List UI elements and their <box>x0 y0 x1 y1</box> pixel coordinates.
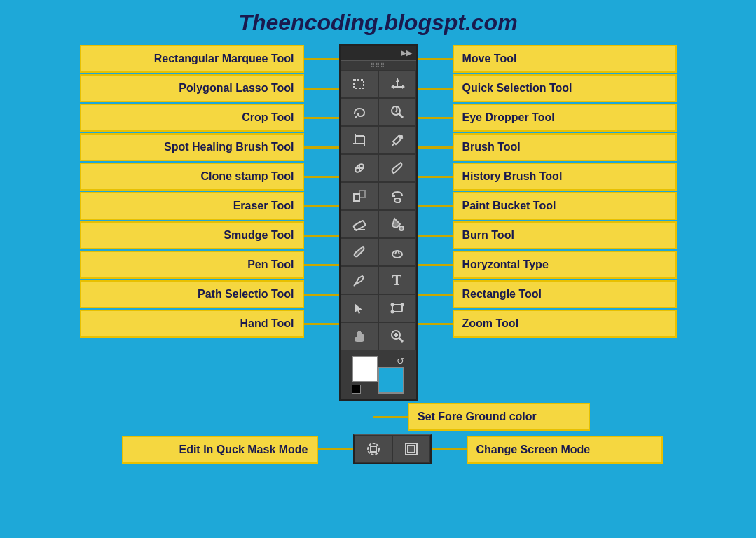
label-clone-stamp: Clone stamp Tool <box>80 163 304 191</box>
connector-left-3 <box>304 133 339 161</box>
label-eyedropper: Eye Dropper Tool <box>453 104 677 132</box>
connector-left-4 <box>304 163 339 191</box>
connector-right-6 <box>418 221 453 249</box>
type-tool-btn[interactable]: T <box>378 266 416 294</box>
tool-row-9 <box>341 322 416 350</box>
rectangle-tool-btn2[interactable] <box>378 294 416 322</box>
bottom-toolbar-row <box>353 434 432 464</box>
move-tool-btn[interactable] <box>378 70 416 98</box>
label-spot-healing: Spot Healing Brush Tool <box>80 133 304 161</box>
label-change-screen-mode: Change Screen Mode <box>467 436 663 464</box>
connector-left-7 <box>304 251 339 279</box>
svg-line-22 <box>354 284 355 286</box>
svg-line-5 <box>399 113 403 118</box>
lasso-tool-btn[interactable] <box>341 98 378 126</box>
label-edit-quick-mask: Edit In Quck Mask Mode <box>122 436 318 464</box>
label-rectangular-marquee: Rectangular Marquee Tool <box>80 45 304 73</box>
tool-row-8 <box>341 294 416 322</box>
connector-right-3 <box>418 133 453 161</box>
path-selection-tool-btn[interactable] <box>341 294 378 322</box>
toolbar-expand-icon[interactable]: ▶▶ <box>401 48 412 57</box>
svg-point-26 <box>401 304 403 306</box>
set-fg-row: Set Fore Ground color <box>0 402 756 432</box>
connector-right-9 <box>418 310 453 338</box>
connector-right-4 <box>418 163 453 191</box>
label-set-foreground: Set Fore Ground color <box>408 403 590 431</box>
label-smudge: Smudge Tool <box>80 221 304 249</box>
eraser-tool-btn[interactable] <box>341 210 378 238</box>
label-paint-bucket: Paint Bucket Tool <box>453 192 677 220</box>
svg-rect-0 <box>354 80 364 88</box>
brush-tool-btn[interactable] <box>378 154 416 182</box>
connector-left-1 <box>304 74 339 102</box>
svg-point-32 <box>368 443 379 455</box>
label-horizontal-type: Horyzontal Type <box>453 251 677 279</box>
svg-line-14 <box>393 173 394 174</box>
label-history-brush: History Brush Tool <box>453 163 677 191</box>
tool-row-5 <box>341 210 416 238</box>
svg-rect-16 <box>359 191 365 198</box>
rectangular-marquee-tool-btn[interactable] <box>341 70 378 98</box>
crop-tool-btn[interactable] <box>341 126 378 154</box>
tool-row-6 <box>341 238 416 266</box>
tool-row-2 <box>341 126 416 154</box>
history-brush-tool-btn[interactable] <box>378 182 416 210</box>
smudge-tool-btn[interactable] <box>341 238 378 266</box>
pen-tool-btn[interactable] <box>341 266 378 294</box>
label-quick-selection: Quick Selection Tool <box>453 74 677 102</box>
svg-point-21 <box>392 251 402 258</box>
connector-left-5 <box>304 192 339 220</box>
eyedropper-tool-btn[interactable] <box>378 126 416 154</box>
spot-healing-tool-btn[interactable] <box>341 154 378 182</box>
connector-right-2 <box>418 104 453 132</box>
bottom-mode-row: Edit In Quck Mask Mode Change Screen Mod… <box>0 434 756 464</box>
zoom-tool-btn[interactable] <box>378 322 416 350</box>
burn-tool-btn[interactable] <box>378 238 416 266</box>
default-colors-icon[interactable] <box>352 385 361 394</box>
label-burn: Burn Tool <box>453 221 677 249</box>
toolbar-panel: ▶▶ ⠿⠿⠿ <box>339 44 418 401</box>
svg-rect-33 <box>371 446 376 452</box>
label-move: Move Tool <box>453 45 677 73</box>
tool-row-0 <box>341 70 416 98</box>
paint-bucket-tool-btn[interactable] <box>378 210 416 238</box>
color-swatch-area: ↺ <box>339 350 418 399</box>
connector-right-5 <box>418 192 453 220</box>
clone-stamp-tool-btn[interactable] <box>341 182 378 210</box>
connector-left-9 <box>304 310 339 338</box>
svg-rect-24 <box>392 305 402 312</box>
connector-right-0 <box>418 45 453 73</box>
svg-rect-35 <box>408 446 415 453</box>
background-color-swatch[interactable] <box>352 356 378 382</box>
svg-point-10 <box>399 135 402 138</box>
connector-left-6 <box>304 221 339 249</box>
label-polygonal-lasso: Polygonal Lasso Tool <box>80 74 304 102</box>
toolbar-header: ▶▶ <box>341 46 416 61</box>
quick-selection-tool-btn[interactable] <box>378 98 416 126</box>
svg-rect-15 <box>354 194 359 201</box>
color-swatches[interactable]: ↺ <box>352 356 404 394</box>
label-rectangle: Rectangle Tool <box>453 280 677 308</box>
connector-right-1 <box>418 74 453 102</box>
tool-row-7: T <box>341 266 416 294</box>
label-path-selection: Path Selectio Tool <box>80 280 304 308</box>
swap-colors-icon[interactable]: ↺ <box>397 356 404 366</box>
quick-mask-tool-btn[interactable] <box>355 435 392 463</box>
svg-point-25 <box>391 304 393 306</box>
label-zoom: Zoom Tool <box>453 310 677 338</box>
tool-row-3 <box>341 154 416 182</box>
connector-left-0 <box>304 45 339 73</box>
label-pen: Pen Tool <box>80 251 304 279</box>
svg-line-29 <box>399 338 403 342</box>
connector-left-8 <box>304 280 339 308</box>
foreground-color-swatch[interactable] <box>378 367 404 394</box>
connector-right-7 <box>418 251 453 279</box>
toolbar-grip: ⠿⠿⠿ <box>341 61 416 70</box>
connector-right-8 <box>418 280 453 308</box>
screen-mode-tool-btn[interactable] <box>392 435 430 463</box>
page-title: Theencoding.blogspt.com <box>0 0 756 41</box>
label-crop: Crop Tool <box>80 104 304 132</box>
label-eraser: Eraser Tool <box>80 192 304 220</box>
svg-marker-23 <box>355 303 362 314</box>
hand-tool-btn[interactable] <box>341 322 378 350</box>
